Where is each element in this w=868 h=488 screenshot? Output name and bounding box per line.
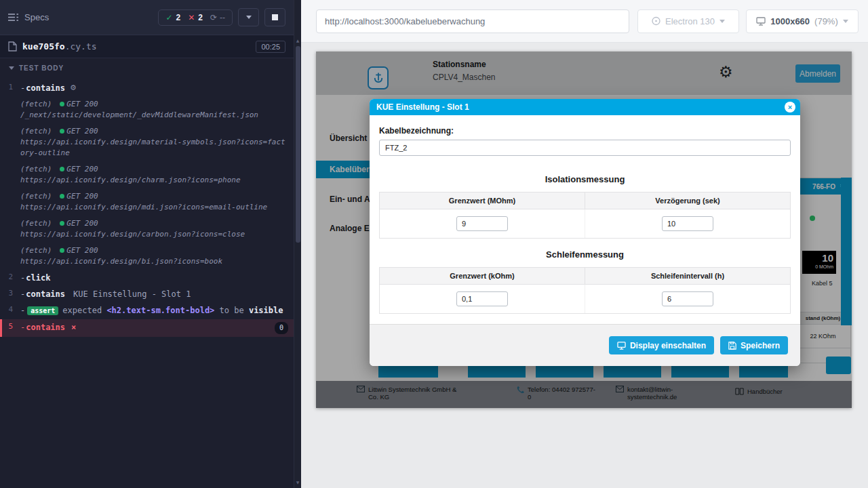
- log-fetch-entry[interactable]: (fetch)GET 200https://api.iconify.design…: [0, 161, 294, 188]
- fetch-log: (fetch)GET 200https://api.iconify.design…: [20, 245, 294, 267]
- specs-menu-button[interactable]: Specs: [8, 12, 49, 22]
- command-contains[interactable]: 3-containsKUE Einstellung - Slot 1: [0, 286, 294, 302]
- log-fetch-entry[interactable]: (fetch)GET 200https://api.iconify.design…: [0, 216, 294, 243]
- chevron-down-icon: [9, 66, 14, 70]
- line-number: 3: [0, 289, 20, 300]
- browser-select[interactable]: Electron 130: [637, 9, 739, 33]
- log-fetch-entry[interactable]: (fetch)GET 200https://api.iconify.design…: [0, 243, 294, 270]
- fetch-log: (fetch)GET 200https://api.iconify.design…: [20, 164, 294, 186]
- save-button[interactable]: Speichern: [720, 336, 788, 354]
- chevron-down-icon: [719, 20, 725, 23]
- cross-icon: ✕: [188, 13, 195, 22]
- close-icon[interactable]: ×: [785, 102, 795, 113]
- assert-message: -assertexpected <h2.text-sm.font-bold> t…: [20, 305, 294, 317]
- request-url: https://api.iconify.design/carbon.json?i…: [20, 229, 288, 240]
- url-input[interactable]: [316, 9, 629, 33]
- stop-icon: [272, 14, 278, 20]
- status-ok-dot: [60, 129, 64, 134]
- modal-header: KUE Einstellung - Slot 1 ×: [370, 99, 800, 115]
- scrollbar-thumb[interactable]: [296, 46, 300, 243]
- status-ok-dot: [60, 248, 64, 253]
- assert-element: <h2.text-sm.font-bold>: [106, 306, 214, 315]
- command-text: -contains⚙: [20, 83, 294, 94]
- log-fetch-entry[interactable]: (fetch)GET 200https://api.iconify.design…: [0, 188, 294, 216]
- iso-delay-input[interactable]: [662, 216, 713, 231]
- viewport-label: 1000x660: [770, 16, 810, 26]
- loop-limit-input[interactable]: [456, 291, 508, 306]
- http-status: GET 200: [66, 127, 98, 136]
- log-fetch-entry[interactable]: (fetch)GET 200https://api.iconify.design…: [0, 123, 294, 161]
- viewport-select[interactable]: 1000x660 (79%): [746, 9, 859, 33]
- chevron-down-icon: [246, 16, 252, 19]
- cypress-reporter: Specs ✓2 ✕2 ⟳-- kue705fo.cy.ts 00:25 TES…: [0, 0, 294, 488]
- runner-topbar: Electron 130 1000x660 (79%): [301, 0, 868, 43]
- stop-run-button[interactable]: [264, 8, 285, 26]
- test-body-toggle[interactable]: TEST BODY: [0, 58, 294, 77]
- http-status: GET 200: [66, 100, 98, 108]
- spec-file-row[interactable]: kue705fo.cy.ts 00:25: [0, 35, 294, 58]
- command-contains[interactable]: 5-contains×0: [0, 319, 294, 337]
- scroll-up-arrow[interactable]: ▲: [294, 38, 301, 43]
- status-ok-dot: [60, 221, 64, 226]
- aut-area: Stationsname CPLV4_Maschen ⚙ Abmelden Üb…: [301, 43, 868, 488]
- command-text: -click: [20, 272, 294, 283]
- cable-label: Kabelbezeichnung:: [379, 126, 791, 136]
- command-contains[interactable]: 1-contains⚙: [0, 80, 294, 96]
- iso-limit-input[interactable]: [456, 216, 508, 231]
- check-icon: ✓: [165, 13, 172, 22]
- fetch-log: (fetch)GET 200https://api.iconify.design…: [20, 218, 294, 240]
- monitor-icon: [756, 17, 766, 26]
- command-message: KUE Einstellung - Slot 1: [73, 289, 191, 300]
- http-status: GET 200: [66, 246, 98, 255]
- display-on-button[interactable]: Display einschalten: [609, 336, 714, 354]
- modal-footer: Display einschalten Speichern: [370, 324, 800, 366]
- reporter-scrollbar[interactable]: ▲ ▼: [294, 0, 301, 488]
- line-number: [0, 99, 20, 121]
- modal-body: Kabelbezeichnung: Isolationsmessung Gren…: [370, 115, 800, 324]
- specs-label: Specs: [24, 12, 49, 22]
- app-under-test: Stationsname CPLV4_Maschen ⚙ Abmelden Üb…: [316, 52, 852, 408]
- spec-name: kue705fo.cy.ts: [22, 41, 97, 52]
- command-name: click: [26, 272, 50, 283]
- command-assert[interactable]: 4-assertexpected <h2.text-sm.font-bold> …: [0, 302, 294, 319]
- command-name: contains: [26, 83, 65, 94]
- collapse-all-button[interactable]: [238, 8, 259, 26]
- status-ok-dot: [60, 194, 64, 199]
- reporter-header: Specs ✓2 ✕2 ⟳--: [0, 0, 294, 35]
- http-status: GET 200: [66, 192, 98, 201]
- command-options-icon: ⚙: [70, 83, 77, 94]
- command-log: 1-contains⚙(fetch)GET 200/_next/static/d…: [0, 77, 294, 488]
- request-url: /_next/static/development/_devMiddleware…: [20, 110, 288, 121]
- loop-col1-header: Grenzwert (kOhm): [380, 268, 585, 284]
- line-number: 4: [0, 305, 20, 317]
- request-url: https://api.iconify.design/bi.json?icons…: [20, 256, 288, 267]
- line-number: 2: [0, 272, 20, 283]
- assert-badge: assert: [27, 306, 58, 315]
- log-fetch-entry[interactable]: (fetch)GET 200/_next/static/development/…: [0, 96, 294, 123]
- iso-col2-header: Verzögerung (sek): [585, 192, 790, 209]
- command-click[interactable]: 2-click: [0, 270, 294, 286]
- request-url: https://api.iconify.design/mdi.json?icon…: [20, 202, 288, 213]
- status-ok-dot: [60, 167, 64, 171]
- spec-timer: 00:25: [256, 41, 285, 53]
- test-stats[interactable]: ✓2 ✕2 ⟳--: [158, 9, 233, 26]
- status-ok-dot: [60, 102, 64, 106]
- specs-list-icon: [8, 13, 18, 22]
- stat-pending: ⟳--: [210, 13, 225, 22]
- isolation-table: Grenzwert (MOhm) Verzögerung (sek): [379, 192, 791, 239]
- save-floppy-icon: [728, 342, 736, 350]
- attempt-count-badge: 0: [275, 322, 288, 334]
- line-number: 1: [0, 83, 20, 94]
- fail-x-icon: ×: [71, 322, 76, 334]
- command-text: -containsKUE Einstellung - Slot 1: [20, 289, 294, 300]
- loop-section-title: Schleifenmessung: [379, 249, 791, 260]
- monitor-icon: [617, 342, 626, 350]
- fetch-log: (fetch)GET 200/_next/static/development/…: [20, 99, 294, 121]
- scroll-down-arrow[interactable]: ▼: [294, 480, 301, 485]
- modal-title: KUE Einstellung - Slot 1: [376, 102, 469, 112]
- loop-interval-input[interactable]: [662, 291, 713, 306]
- chevron-down-icon: [843, 20, 848, 23]
- http-status: GET 200: [66, 219, 98, 228]
- refresh-icon: ⟳: [210, 13, 217, 22]
- cable-name-input[interactable]: [379, 140, 791, 156]
